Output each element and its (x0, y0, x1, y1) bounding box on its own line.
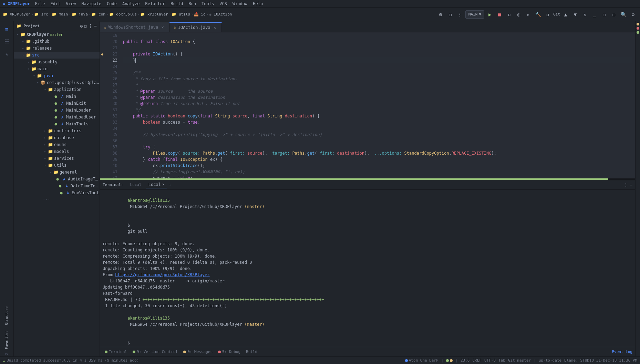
profile-icon[interactable]: ▹ (524, 10, 533, 19)
run-config-dropdown[interactable]: MAIN ▼ (465, 10, 484, 19)
tree-item-controllers[interactable]: ▸ 📁 controllers (14, 127, 100, 134)
sidebar-settings-icon[interactable]: ⚙ (80, 23, 83, 29)
menu-window[interactable]: Window (230, 1, 249, 7)
tree-item-xr3player[interactable]: ▾ 📁 XR3Player master (14, 31, 100, 38)
stop-button[interactable]: ■ (495, 10, 504, 19)
search-everywhere-icon[interactable]: 🔍 (619, 10, 628, 19)
tree-item-datetimetool[interactable]: ▸ ● A DateTimeTool (14, 183, 100, 189)
menu-run[interactable]: Run (186, 1, 198, 7)
menu-navigate[interactable]: Navigate (79, 1, 103, 7)
project-icon[interactable]: ≡ (1, 23, 12, 34)
menu-tools[interactable]: Tools (199, 1, 216, 7)
bottom-tab-debug[interactable]: 5: Debug (216, 349, 242, 355)
status-indent[interactable]: Tab (498, 358, 505, 363)
settings2-icon[interactable]: ⚙ (629, 10, 637, 19)
tree-item-releases[interactable]: ▸ 📁 releases (14, 45, 100, 52)
terminal-add-tab[interactable]: + (168, 182, 171, 188)
breadcrumb-xr3player[interactable]: 📁 XR3Player (3, 12, 30, 17)
tab-close-ioaction[interactable]: ✕ (213, 25, 217, 30)
tree-item-services[interactable]: ▸ 📁 services (14, 155, 100, 162)
code-content[interactable]: public final class IOAction { private IO… (120, 32, 635, 178)
tab-local[interactable]: Local ✕ (146, 181, 167, 188)
menu-file[interactable]: File (33, 1, 47, 7)
sidebar-expand-icon[interactable]: ◻ (84, 23, 87, 29)
sidebar-more-icon[interactable]: ⋮ (88, 23, 93, 29)
breadcrumb-io[interactable]: 📥 io (194, 12, 206, 17)
breadcrumb-xr3player2[interactable]: 📁 xr3player (140, 12, 168, 17)
tab-ioaction[interactable]: ☕ IOAction.java ✕ (169, 22, 222, 32)
bottom-tab-terminal[interactable]: Terminal (103, 349, 129, 355)
git-push-icon[interactable]: ▲ (561, 10, 570, 19)
tree-item-package[interactable]: ▾ 📦 com.goxr3plus.xr3player (14, 79, 100, 86)
git-history-icon[interactable]: ↻ (581, 10, 589, 19)
status-position[interactable]: 23:6 (461, 358, 470, 363)
tree-item-main[interactable]: ▾ 📁 main (14, 65, 100, 72)
tree-item-utils[interactable]: ▾ 📁 utils (14, 162, 100, 169)
terminal-close-icon[interactable]: − (630, 182, 632, 188)
breadcrumb-ioaction[interactable]: ☕ IOAction (209, 12, 232, 17)
status-theme[interactable]: Atom One Dark (405, 358, 438, 363)
reload-icon[interactable]: ↻ (505, 10, 513, 19)
menu-code[interactable]: Code (105, 1, 119, 7)
tree-item-models[interactable]: ▸ 📁 models (14, 148, 100, 155)
tree-item-mainloaduser[interactable]: ▸ ● A MainLoadUser (14, 114, 100, 121)
tree-item-mainexit[interactable]: ▸ ● A MainExit (14, 100, 100, 107)
favorites-tab[interactable]: Favorites (4, 329, 9, 351)
tree-item-java[interactable]: ▾ 📁 java (14, 72, 100, 79)
menu-analyze[interactable]: Analyze (120, 1, 142, 7)
sync-icon[interactable]: ↺ (544, 10, 552, 19)
menu-help[interactable]: Help (251, 1, 265, 7)
terminal-more-icon[interactable]: ⋮ (623, 182, 628, 188)
status-blame[interactable]: Blame: STUDIO 31-Dec-18 11:36 PM (564, 358, 637, 363)
bottom-tab-build[interactable]: Build (244, 349, 259, 355)
tree-item-database[interactable]: ▸ 📁 database (14, 134, 100, 141)
menu-edit[interactable]: Edit (48, 1, 62, 7)
breadcrumb-utils[interactable]: 📁 utils (172, 12, 190, 17)
tab-local-close[interactable]: ✕ (162, 182, 165, 187)
git-branch-icon[interactable]: ⎯ (590, 10, 599, 19)
tree-item-main-class[interactable]: ▸ ● A Main (14, 93, 100, 100)
git-diff-icon[interactable]: ◻ (610, 10, 618, 19)
terminal-content[interactable]: akentros@lilis135 MINGW64 /c/Personal Pr… (100, 190, 635, 347)
structure-tab[interactable]: Structure (4, 305, 9, 326)
breadcrumb-com[interactable]: 📁 com (91, 12, 105, 17)
menu-vcs[interactable]: VCS (217, 1, 229, 7)
tree-item-application[interactable]: ▾ 📁 application (14, 86, 100, 93)
coverage-icon[interactable]: ◎ (515, 10, 523, 19)
sidebar-close-icon[interactable]: − (94, 23, 97, 29)
tree-item-envvarstool[interactable]: ▸ ● A EnvVarsTool (14, 189, 100, 196)
breadcrumb-java[interactable]: 📁 java (72, 12, 88, 17)
menu-build[interactable]: Build (168, 1, 185, 7)
status-encoding[interactable]: UTF-8 (484, 358, 496, 363)
expand-icon[interactable]: ◻ (446, 10, 454, 19)
tree-item-src[interactable]: ▾ 📁 src (14, 52, 100, 59)
tree-item-github[interactable]: ▸ 📁 .github (14, 38, 100, 45)
tab-windowsshortcut[interactable]: ☕ WindowsShortcut.java ✕ (100, 22, 169, 32)
tab-close-windowsshortcut[interactable]: ✕ (160, 25, 165, 30)
breadcrumb-main[interactable]: 📁 main (52, 12, 68, 17)
more-options-icon[interactable]: ⋮ (456, 10, 464, 19)
breadcrumb-src[interactable]: 📁 src (34, 12, 48, 17)
bottom-tab-messages[interactable]: 0: Messages (181, 349, 215, 355)
menu-view[interactable]: View (64, 1, 78, 7)
run-button[interactable]: ▶ (486, 10, 494, 19)
status-dots[interactable] (446, 359, 453, 362)
tree-item-mainloader[interactable]: ▸ ● A MainLoader (14, 107, 100, 114)
bottom-tab-vcs[interactable]: 9: Version Control (131, 349, 180, 355)
tree-item-enums[interactable]: ▸ 📁 enums (14, 141, 100, 148)
breadcrumb-goxr3plus[interactable]: 📁 goxr3plus (109, 12, 137, 17)
terminal-github-link[interactable]: https://github.com/goxr3plus/XR3Player (115, 272, 210, 277)
status-git[interactable]: Git master (508, 358, 531, 363)
structure-icon[interactable]: ☵ (1, 36, 12, 47)
favorites-icon[interactable]: ★ (1, 48, 12, 59)
tree-item-assembly[interactable]: ▸ 📁 assembly (14, 59, 100, 65)
status-uptodate[interactable]: up-to-date (539, 358, 561, 363)
status-crlf[interactable]: CRLF (472, 358, 482, 363)
git-pull-icon[interactable]: ▼ (571, 10, 579, 19)
tree-item-audioimagetool[interactable]: ▸ ● A AudioImageTool (14, 176, 100, 183)
event-log-link[interactable]: Event Log (612, 350, 632, 354)
menu-refactor[interactable]: Refactor (143, 1, 167, 7)
tree-item-general[interactable]: ▾ 📁 general (14, 169, 100, 176)
git-annotate-icon[interactable]: ☐ (600, 10, 608, 19)
build-icon[interactable]: 🔨 (534, 10, 542, 19)
